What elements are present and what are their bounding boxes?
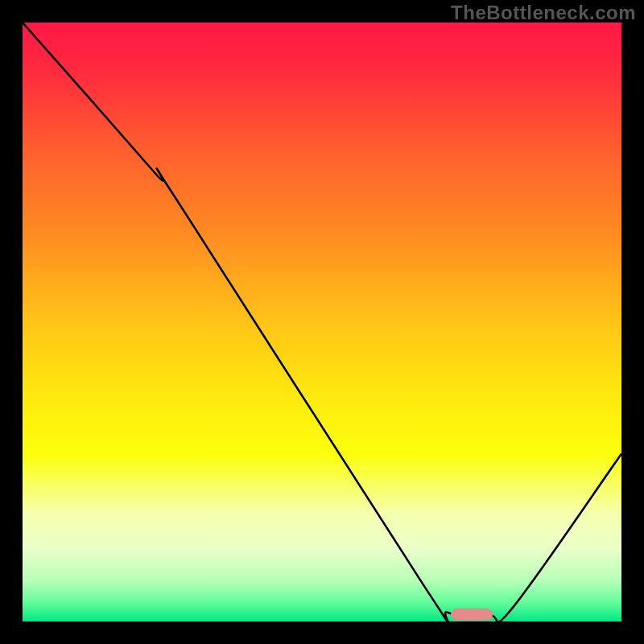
gradient-background [23,23,621,621]
chart-svg [23,23,621,621]
chart-container: TheBottleneck.com [0,0,644,644]
optimal-range-marker [451,609,493,621]
watermark-text: TheBottleneck.com [451,2,636,24]
plot-area [23,23,621,621]
